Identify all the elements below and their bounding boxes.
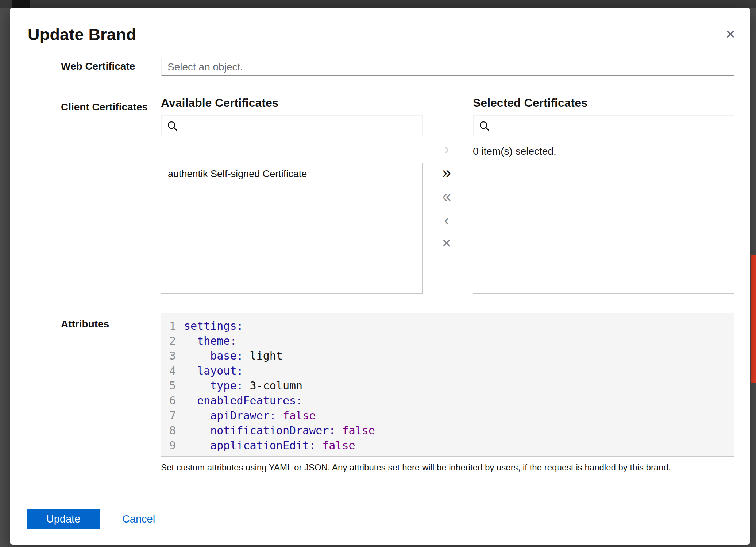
close-icon[interactable]: ✕ xyxy=(725,28,736,40)
available-search-box xyxy=(161,115,423,136)
line-number: 6 xyxy=(161,393,176,408)
line-number: 5 xyxy=(161,378,176,393)
available-certificate-item[interactable]: authentik Self-signed Certificate xyxy=(161,163,422,185)
update-brand-modal: Update Brand ✕ Web Certificate Client Ce… xyxy=(10,8,750,545)
selected-search-box xyxy=(473,115,734,136)
code-line: 6 enabledFeatures: xyxy=(161,393,734,408)
dual-list-controls: ›»«‹✕ xyxy=(435,137,458,255)
line-number: 1 xyxy=(161,318,176,333)
attributes-code-editor[interactable]: 1settings:2 theme:3 base: light4 layout:… xyxy=(161,313,734,457)
move-selected-right-button[interactable]: › xyxy=(435,137,458,160)
code-line: 2 theme: xyxy=(161,333,734,348)
web-certificate-select[interactable] xyxy=(161,58,734,76)
search-icon xyxy=(167,120,178,131)
attributes-help-text: Set custom attributes using YAML or JSON… xyxy=(161,462,742,473)
available-search-input[interactable] xyxy=(182,120,417,132)
search-icon xyxy=(479,120,490,131)
clear-selection-button[interactable]: ✕ xyxy=(435,232,458,255)
code-line: 3 base: light xyxy=(161,348,734,363)
available-certificates-heading: Available Certificates xyxy=(161,96,279,110)
selected-count-status: 0 item(s) selected. xyxy=(473,146,556,157)
line-number: 4 xyxy=(161,363,176,378)
move-selected-left-button[interactable]: ‹ xyxy=(435,208,458,232)
move-all-left-button[interactable]: « xyxy=(435,184,458,208)
code-line: 1settings: xyxy=(161,318,734,333)
code-line: 9 applicationEdit: false xyxy=(161,438,734,453)
client-certificates-label: Client Certificates xyxy=(61,101,148,113)
cancel-button[interactable]: Cancel xyxy=(103,509,174,529)
available-certificates-list[interactable]: authentik Self-signed Certificate xyxy=(161,163,423,294)
move-all-right-button[interactable]: » xyxy=(435,160,458,184)
notification-accent-bar xyxy=(751,255,756,383)
code-line: 5 type: 3-column xyxy=(161,378,734,393)
selected-certificates-heading: Selected Certificates xyxy=(473,96,588,110)
background-page-corner xyxy=(12,0,30,8)
attributes-label: Attributes xyxy=(61,318,109,330)
modal-title: Update Brand xyxy=(28,25,136,44)
background-page-top xyxy=(0,0,756,8)
code-line: 8 notificationDrawer: false xyxy=(161,423,734,438)
selected-certificates-list[interactable] xyxy=(473,163,734,294)
code-line: 7 apiDrawer: false xyxy=(161,408,734,423)
code-line: 4 layout: xyxy=(161,363,734,378)
line-number: 8 xyxy=(161,423,176,438)
line-number: 3 xyxy=(161,348,176,363)
selected-search-input[interactable] xyxy=(494,120,729,132)
line-number: 2 xyxy=(161,333,176,348)
line-number: 9 xyxy=(161,438,176,453)
update-button[interactable]: Update xyxy=(27,509,100,529)
line-number: 7 xyxy=(161,408,176,423)
web-certificate-label: Web Certificate xyxy=(61,61,135,72)
